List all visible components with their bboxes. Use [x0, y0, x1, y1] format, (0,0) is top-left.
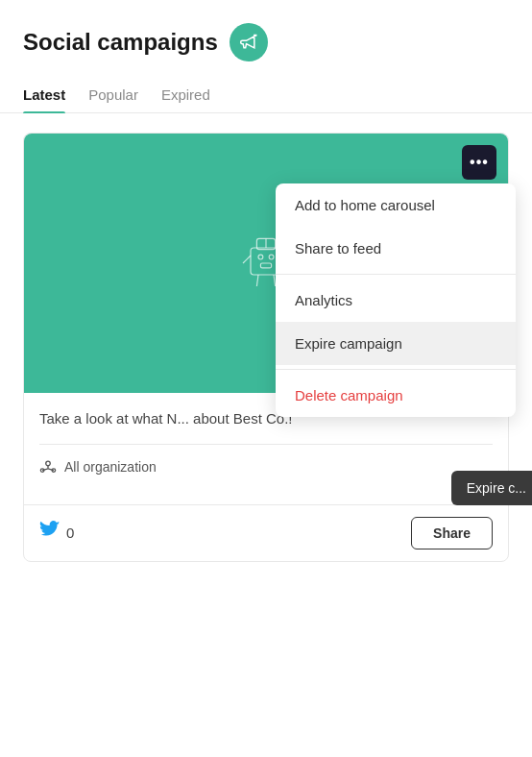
- page-header: Social campaigns: [0, 0, 532, 61]
- dropdown-analytics[interactable]: Analytics: [276, 279, 516, 322]
- megaphone-icon: [230, 23, 268, 61]
- dropdown-share-feed[interactable]: Share to feed: [276, 227, 516, 270]
- dropdown-menu: Add to home carousel Share to feed Analy…: [276, 183, 516, 417]
- dropdown-add-carousel[interactable]: Add to home carousel: [276, 183, 516, 227]
- org-label: All organization: [64, 459, 157, 475]
- svg-line-8: [256, 275, 258, 286]
- tab-expired[interactable]: Expired: [161, 77, 210, 112]
- twitter-count: 0: [66, 525, 74, 541]
- svg-line-6: [243, 256, 251, 263]
- dropdown-divider-2: [276, 369, 516, 370]
- share-button[interactable]: Share: [411, 517, 493, 549]
- tab-popular[interactable]: Popular: [88, 77, 138, 112]
- card-banner: ••• Add to home carousel Share to feed A…: [24, 134, 508, 393]
- twitter-info: 0: [39, 521, 74, 546]
- megaphone-svg: [239, 33, 258, 52]
- card-footer: 0 Share: [24, 504, 508, 561]
- card-body-divider: [39, 444, 493, 445]
- svg-point-10: [46, 461, 51, 466]
- dropdown-expire[interactable]: Expire campaign: [276, 322, 516, 365]
- svg-rect-5: [260, 263, 271, 268]
- more-icon: •••: [470, 155, 489, 170]
- content-area: ••• Add to home carousel Share to feed A…: [0, 113, 532, 581]
- svg-point-4: [269, 255, 274, 259]
- twitter-icon: [39, 521, 60, 546]
- campaign-card: ••• Add to home carousel Share to feed A…: [23, 133, 509, 562]
- dropdown-divider-1: [276, 274, 516, 275]
- tab-latest[interactable]: Latest: [23, 77, 65, 112]
- expire-tooltip: Expire c...: [451, 471, 532, 505]
- more-options-button[interactable]: •••: [462, 145, 496, 180]
- dropdown-delete[interactable]: Delete campaign: [276, 374, 516, 417]
- org-icon: [39, 458, 57, 476]
- card-org-row: All organization: [39, 458, 493, 476]
- svg-point-3: [258, 255, 263, 259]
- tabs-container: Latest Popular Expired: [0, 77, 532, 113]
- page-title: Social campaigns: [23, 29, 218, 56]
